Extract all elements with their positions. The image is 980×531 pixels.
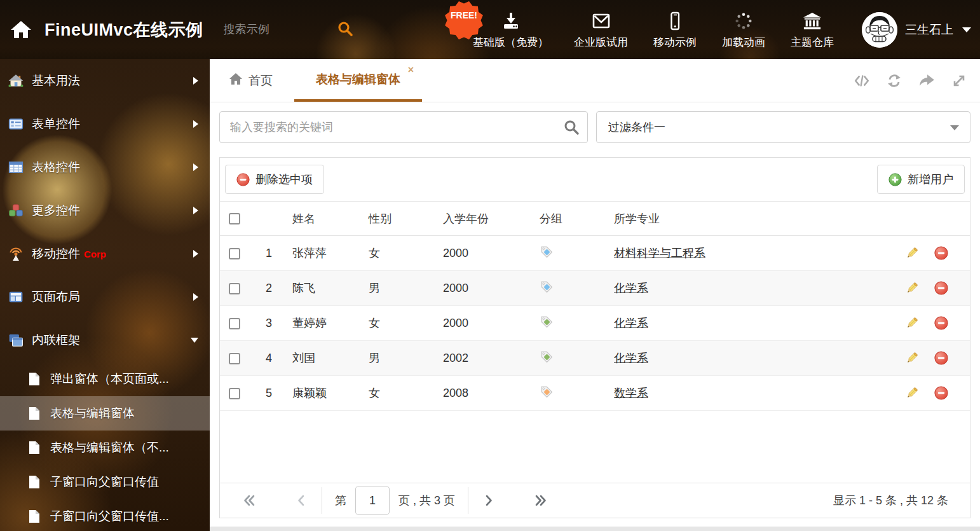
sidebar-subitem-grid-edit-window-2[interactable]: 表格与编辑窗体（不...	[0, 431, 210, 465]
layout-icon	[8, 289, 24, 305]
delete-row-button[interactable]	[934, 316, 948, 330]
cell-name: 董婷婷	[287, 306, 364, 341]
cell-year: 2000	[438, 306, 534, 341]
pagination-bar: 第 页 , 共 3 页 显示 1 - 5 条 , 共 12 条	[220, 483, 970, 518]
nav-item-enterprise-trial[interactable]: 企业版试用	[574, 10, 628, 50]
sidebar-subitem-label: 弹出窗体（本页面或...	[50, 371, 169, 387]
dropdown-caret-icon	[950, 125, 959, 130]
sidebar-item-label: 表格控件	[32, 159, 80, 176]
brand: FineUIMvc在线示例	[10, 18, 203, 41]
add-user-label: 新增用户	[908, 172, 953, 187]
edit-button[interactable]	[905, 246, 919, 260]
major-link[interactable]: 化学系	[614, 317, 648, 329]
filter-dropdown[interactable]: 过滤条件一	[596, 111, 970, 143]
cell-name: 张萍萍	[287, 236, 364, 271]
sidebar-subitem-popup-window[interactable]: 弹出窗体（本页面或...	[0, 362, 210, 396]
sidebar-item-grid-controls[interactable]: 表格控件	[0, 146, 210, 189]
page-prefix-label: 第	[335, 493, 346, 508]
user-name[interactable]: 三生石上	[905, 22, 953, 38]
delete-row-button[interactable]	[934, 246, 948, 260]
filter-toolbar: 过滤条件一	[210, 102, 980, 143]
tab-close-icon[interactable]: ×	[408, 65, 414, 75]
prev-page-button[interactable]	[294, 493, 309, 508]
grid-panel: 删除选中项 新增用户	[219, 157, 970, 518]
refresh-icon[interactable]	[886, 73, 902, 88]
next-page-button[interactable]	[481, 493, 496, 508]
add-user-button[interactable]: 新增用户	[877, 165, 965, 194]
keyword-search-icon[interactable]	[563, 119, 580, 138]
page-input[interactable]	[355, 486, 390, 515]
row-checkbox[interactable]	[229, 318, 240, 329]
row-checkbox[interactable]	[229, 353, 240, 364]
delete-selected-button[interactable]: 删除选中项	[225, 165, 324, 194]
row-checkbox[interactable]	[229, 248, 240, 259]
sidebar-subitem-label: 子窗口向父窗口传值	[50, 474, 159, 490]
cell-gender: 男	[364, 341, 438, 376]
col-group: 分组	[534, 202, 609, 236]
select-all-checkbox[interactable]	[229, 213, 240, 224]
tag-icon	[540, 354, 554, 366]
signal-icon	[8, 246, 24, 261]
major-link[interactable]: 化学系	[614, 352, 648, 364]
grid-button-bar: 删除选中项 新增用户	[220, 158, 970, 201]
tab-tools	[853, 59, 980, 102]
home-icon[interactable]	[10, 20, 32, 39]
keyword-search-input[interactable]	[219, 111, 588, 143]
edit-button[interactable]	[905, 386, 919, 400]
sidebar-item-iframe[interactable]: 内联框架	[0, 319, 210, 362]
header-search-input[interactable]	[224, 23, 325, 36]
sidebar-item-more-controls[interactable]: 更多控件	[0, 189, 210, 232]
cell-name: 康颖颖	[287, 376, 364, 411]
major-link[interactable]: 化学系	[614, 282, 648, 294]
nav-label: 基础版（免费）	[473, 35, 548, 50]
last-page-button[interactable]	[533, 493, 548, 508]
edit-button[interactable]	[905, 316, 919, 330]
sidebar-item-mobile-controls[interactable]: 移动控件 Corp	[0, 232, 210, 275]
expand-icon[interactable]	[951, 73, 967, 88]
tab-home-label: 首页	[248, 72, 273, 89]
user-menu[interactable]: 三生石上	[862, 12, 971, 48]
sidebar-subitem-child-to-parent-2[interactable]: 子窗口向父窗口传值...	[0, 499, 210, 531]
delete-row-button[interactable]	[934, 281, 948, 295]
mobile-icon	[665, 10, 685, 31]
row-checkbox[interactable]	[229, 388, 240, 399]
header-search	[224, 20, 353, 39]
nav-item-loading-animation[interactable]: 加载动画	[722, 10, 765, 50]
sidebar-item-label: 表单控件	[32, 116, 80, 132]
tab-grid-edit-window[interactable]: 表格与编辑窗体 ×	[294, 59, 422, 102]
corp-badge: Corp	[84, 249, 106, 259]
cell-gender: 男	[364, 271, 438, 306]
chevron-down-icon	[191, 338, 198, 343]
nav-item-mobile-demo[interactable]: 移动示例	[653, 10, 697, 50]
tag-icon	[540, 389, 554, 401]
sidebar-item-basic-usage[interactable]: 基本用法	[0, 59, 210, 102]
nav-item-theme-repo[interactable]: 主题仓库	[791, 10, 834, 50]
first-page-button[interactable]	[242, 493, 257, 508]
header-search-icon[interactable]	[337, 20, 353, 39]
sidebar-subitem-child-to-parent[interactable]: 子窗口向父窗口传值	[0, 465, 210, 499]
avatar[interactable]	[862, 12, 897, 48]
table-row: 5 康颖颖 女 2008 数学系	[220, 376, 970, 411]
major-link[interactable]: 材料科学与工程系	[614, 247, 705, 259]
delete-row-button[interactable]	[934, 351, 948, 365]
share-icon[interactable]	[918, 73, 936, 88]
sidebar-item-form-controls[interactable]: 表单控件	[0, 102, 210, 146]
cell-year: 2008	[438, 376, 534, 411]
view-source-icon[interactable]	[853, 73, 871, 88]
delete-row-button[interactable]	[934, 386, 948, 400]
app-title: FineUIMvc在线示例	[44, 18, 203, 41]
sidebar-subitem-grid-edit-window[interactable]: 表格与编辑窗体	[0, 396, 210, 431]
bottom-strip	[210, 527, 980, 531]
sidebar-subitem-label: 子窗口向父窗口传值...	[50, 508, 169, 525]
major-link[interactable]: 数学系	[614, 387, 648, 399]
table-row: 4 刘国 男 2002 化学系	[220, 341, 970, 376]
col-name: 姓名	[287, 202, 364, 236]
file-icon	[28, 475, 41, 489]
bank-icon	[801, 10, 823, 31]
row-checkbox[interactable]	[229, 283, 240, 294]
sidebar-item-page-layout[interactable]: 页面布局	[0, 275, 210, 319]
nav-item-basic-edition[interactable]: FREE! 基础版（免费）	[473, 10, 548, 50]
tab-home[interactable]: 首页	[229, 59, 273, 102]
edit-button[interactable]	[905, 351, 919, 365]
edit-button[interactable]	[905, 281, 919, 295]
